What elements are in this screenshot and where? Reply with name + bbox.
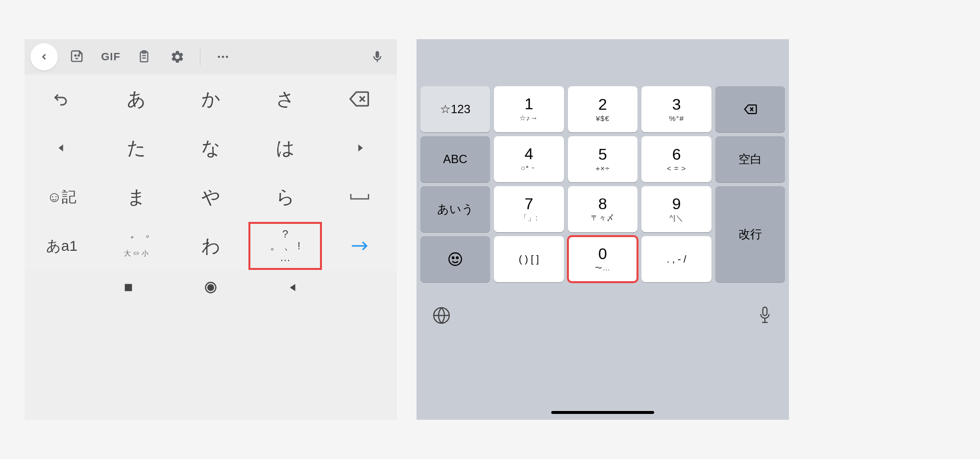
key-4[interactable]: 4○*・ bbox=[494, 136, 564, 182]
undo-key[interactable] bbox=[25, 75, 98, 123]
ios-backspace-key[interactable] bbox=[715, 86, 785, 132]
key-ra[interactable]: ら bbox=[248, 173, 322, 221]
ios-enter-key[interactable]: 改行 bbox=[715, 186, 785, 282]
ios-bottom-bar bbox=[416, 286, 789, 345]
enter-key[interactable] bbox=[323, 222, 396, 270]
space-key[interactable] bbox=[323, 173, 396, 221]
settings-icon[interactable] bbox=[164, 43, 191, 71]
svg-point-0 bbox=[75, 55, 76, 56]
sticker-icon[interactable] bbox=[64, 43, 91, 71]
svg-point-17 bbox=[449, 253, 462, 266]
key-1[interactable]: 1☆♪→ bbox=[494, 86, 564, 132]
svg-rect-22 bbox=[763, 307, 767, 315]
svg-point-14 bbox=[208, 285, 214, 290]
key-wa[interactable]: わ bbox=[174, 222, 247, 270]
gif-button[interactable]: GIF bbox=[97, 43, 124, 71]
clipboard-icon[interactable] bbox=[130, 43, 158, 71]
home-button[interactable] bbox=[204, 281, 218, 294]
key-3[interactable]: 3%°# bbox=[641, 86, 711, 132]
kana-key[interactable]: あいう bbox=[420, 186, 490, 232]
android-nav-bar bbox=[24, 270, 397, 305]
android-keyboard: GIF あ か さ た な は bbox=[24, 39, 397, 420]
key-2[interactable]: 2¥$€ bbox=[568, 86, 638, 132]
key-8[interactable]: 8〒々〆 bbox=[568, 186, 638, 232]
svg-point-19 bbox=[457, 257, 458, 258]
svg-point-18 bbox=[452, 257, 454, 258]
more-icon[interactable] bbox=[209, 43, 237, 71]
ios-emoji-key[interactable] bbox=[420, 236, 490, 282]
mic-icon[interactable] bbox=[364, 43, 391, 71]
divider bbox=[200, 48, 200, 66]
key-0[interactable]: 0〜… bbox=[568, 236, 638, 282]
gboard-key-grid: あ か さ た な は ☺記 ま や ら あa1 ゛ ゜ 大 ⇔ 小 bbox=[24, 74, 397, 270]
input-mode-key[interactable]: あa1 bbox=[25, 222, 98, 270]
key-5[interactable]: 5+×÷ bbox=[568, 136, 638, 182]
key-9[interactable]: 9^|＼ bbox=[641, 186, 711, 232]
ios-space-key[interactable]: 空白 bbox=[715, 136, 785, 182]
back-button[interactable] bbox=[30, 43, 58, 71]
ios-mic-icon[interactable] bbox=[757, 306, 773, 325]
key-ka[interactable]: か bbox=[174, 75, 247, 123]
key-na[interactable]: な bbox=[174, 124, 247, 172]
key-a[interactable]: あ bbox=[99, 75, 173, 123]
ios-key-grid: ☆123 1☆♪→ 2¥$€ 3%°# ABC 4○*・ 5+×÷ 6< = >… bbox=[416, 82, 789, 286]
key-7[interactable]: 7「」: bbox=[494, 186, 564, 232]
svg-point-7 bbox=[222, 56, 224, 58]
punctuation-key[interactable]: ? 。 、 ! … bbox=[248, 222, 322, 270]
key-sa[interactable]: さ bbox=[248, 75, 322, 123]
paren-key[interactable]: ( ) [ ] bbox=[494, 236, 564, 282]
symbols-123-key[interactable]: ☆123 bbox=[420, 86, 490, 132]
left-arrow-key[interactable] bbox=[25, 124, 98, 172]
gboard-toolbar: GIF bbox=[24, 39, 397, 74]
key-ha[interactable]: は bbox=[248, 124, 322, 172]
svg-point-8 bbox=[226, 56, 228, 58]
svg-point-6 bbox=[218, 56, 220, 58]
emoji-symbol-key[interactable]: ☺記 bbox=[25, 173, 98, 221]
ios-keyboard: ☆123 1☆♪→ 2¥$€ 3%°# ABC 4○*・ 5+×÷ 6< = >… bbox=[416, 39, 789, 420]
key-ta[interactable]: た bbox=[99, 124, 173, 172]
right-arrow-key[interactable] bbox=[323, 124, 396, 172]
dakuten-key[interactable]: ゛ ゜ 大 ⇔ 小 bbox=[99, 222, 173, 270]
back-nav-button[interactable] bbox=[288, 282, 298, 293]
abc-key[interactable]: ABC bbox=[420, 136, 490, 182]
home-indicator[interactable] bbox=[551, 411, 654, 414]
punct-key[interactable]: . , - / bbox=[641, 236, 711, 282]
key-6[interactable]: 6< = > bbox=[641, 136, 711, 182]
backspace-key[interactable] bbox=[323, 75, 396, 123]
svg-point-1 bbox=[78, 55, 79, 56]
globe-icon[interactable] bbox=[432, 306, 451, 325]
recent-apps-button[interactable] bbox=[123, 282, 134, 293]
key-ma[interactable]: ま bbox=[99, 173, 173, 221]
key-ya[interactable]: や bbox=[174, 173, 247, 221]
svg-rect-12 bbox=[125, 284, 132, 291]
